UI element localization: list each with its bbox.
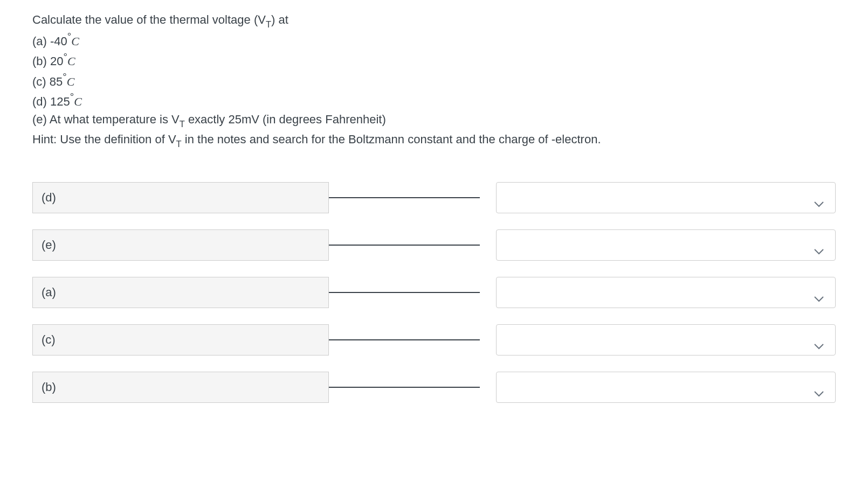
label-box-c: (c) — [32, 324, 329, 355]
part-e-text: (e) At what temperature is V — [32, 113, 180, 126]
answer-dropdown-a[interactable] — [496, 277, 836, 308]
answer-dropdown-e[interactable] — [496, 229, 836, 261]
answer-dropdown-b[interactable] — [496, 372, 836, 403]
hint: Hint: Use the definition of VT in the no… — [32, 130, 836, 150]
chevron-down-icon — [814, 384, 824, 391]
question-text: Calculate the value of the thermal volta… — [32, 11, 836, 150]
degree-b: ° — [63, 51, 67, 62]
part-a-label: (a) -40 — [32, 34, 67, 48]
label-text: (b) — [42, 378, 56, 396]
label-box-d: (d) — [32, 182, 329, 213]
unit-a: C — [71, 34, 79, 48]
unit-c: C — [67, 75, 75, 88]
matching-row: (a) — [32, 277, 836, 308]
dropdown-wrapper — [496, 182, 836, 213]
connector-line — [329, 339, 480, 340]
intro-end: ) at — [271, 13, 288, 26]
unit-d: C — [74, 95, 82, 108]
chevron-down-icon — [814, 337, 824, 343]
connector-line — [329, 197, 480, 198]
hint-start: Hint: Use the definition of V — [32, 133, 176, 146]
part-e-subscript: T — [180, 119, 185, 129]
matching-row: (b) — [32, 372, 836, 403]
question-intro: Calculate the value of the thermal volta… — [32, 11, 836, 30]
dropdown-wrapper — [496, 229, 836, 261]
part-e: (e) At what temperature is VT exactly 25… — [32, 110, 836, 130]
label-text: (a) — [42, 283, 56, 301]
chevron-down-icon — [814, 289, 824, 296]
label-text: (d) — [42, 189, 56, 206]
part-a: (a) -40°C — [32, 30, 836, 50]
connector-line — [329, 387, 480, 388]
degree-a: ° — [67, 31, 71, 42]
label-text: (e) — [42, 236, 56, 254]
dropdown-wrapper — [496, 372, 836, 403]
matching-row: (e) — [32, 229, 836, 261]
answer-dropdown-d[interactable] — [496, 182, 836, 213]
connector-line — [329, 292, 480, 293]
part-e-end: exactly 25mV (in degrees Fahrenheit) — [185, 113, 386, 126]
connector-line — [329, 245, 480, 246]
hint-end: in the notes and search for the Boltzman… — [182, 133, 601, 146]
matching-row: (d) — [32, 182, 836, 213]
degree-c: ° — [63, 71, 66, 82]
label-text: (c) — [42, 331, 56, 348]
degree-d: ° — [70, 91, 74, 102]
part-c: (c) 85°C — [32, 71, 836, 90]
chevron-down-icon — [814, 194, 824, 201]
intro-text: Calculate the value of the thermal volta… — [32, 13, 266, 26]
unit-b: C — [67, 55, 75, 68]
answer-dropdown-c[interactable] — [496, 324, 836, 355]
part-b: (b) 20°C — [32, 50, 836, 70]
dropdown-wrapper — [496, 324, 836, 355]
hint-subscript: T — [176, 139, 182, 149]
matching-container: (d) (e) (a) — [32, 182, 836, 403]
chevron-down-icon — [814, 242, 824, 248]
dropdown-wrapper — [496, 277, 836, 308]
part-d-label: (d) 125 — [32, 95, 70, 108]
label-box-b: (b) — [32, 372, 329, 403]
part-c-label: (c) 85 — [32, 75, 63, 88]
part-d: (d) 125°C — [32, 90, 836, 110]
label-box-e: (e) — [32, 229, 329, 261]
intro-subscript: T — [266, 19, 271, 29]
part-b-label: (b) 20 — [32, 55, 63, 68]
label-box-a: (a) — [32, 277, 329, 308]
matching-row: (c) — [32, 324, 836, 355]
